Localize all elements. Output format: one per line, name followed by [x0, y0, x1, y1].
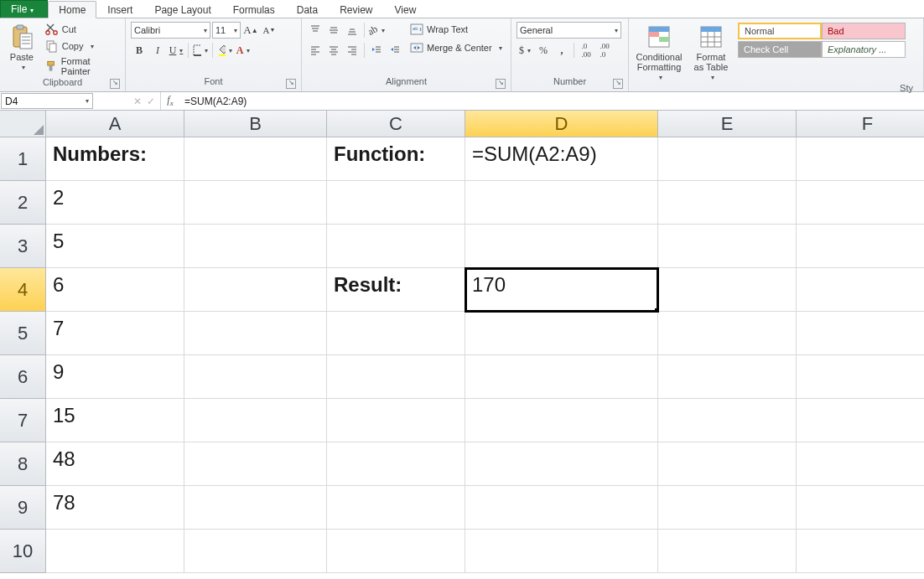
align-bottom-button[interactable]: [344, 22, 361, 39]
cell-E6[interactable]: [658, 355, 797, 399]
tab-insert[interactable]: Insert: [96, 1, 143, 18]
cell-D6[interactable]: [465, 355, 658, 399]
formula-input[interactable]: [179, 92, 924, 110]
column-header-D[interactable]: D: [465, 111, 658, 137]
cell-F6[interactable]: [797, 355, 924, 399]
cell-B7[interactable]: [184, 399, 327, 442]
cell-A3[interactable]: 5: [46, 225, 184, 268]
cell-F9[interactable]: [797, 486, 924, 530]
cell-D2[interactable]: [465, 181, 658, 225]
column-header-C[interactable]: C: [327, 111, 465, 137]
comma-style-button[interactable]: ,: [553, 42, 570, 59]
format-painter-button[interactable]: Format Painter: [44, 55, 120, 77]
cell-D4[interactable]: 170: [465, 268, 658, 312]
cell-B1[interactable]: [184, 137, 327, 181]
cell-C10[interactable]: [327, 530, 465, 573]
cell-E1[interactable]: [658, 137, 797, 181]
fx-icon[interactable]: fx: [161, 94, 179, 107]
cell-B3[interactable]: [184, 225, 327, 268]
decrease-indent-button[interactable]: [368, 42, 385, 59]
name-box[interactable]: D4▾: [1, 93, 93, 109]
cell-E3[interactable]: [658, 225, 797, 268]
cell-B2[interactable]: [184, 181, 327, 225]
align-top-button[interactable]: [307, 22, 324, 39]
cell-A1[interactable]: Numbers:: [46, 137, 184, 181]
paste-button[interactable]: Paste ▾: [5, 22, 39, 73]
increase-font-button[interactable]: A▲: [242, 22, 259, 39]
row-header-4[interactable]: 4: [0, 268, 46, 312]
cell-D10[interactable]: [465, 530, 658, 573]
column-header-F[interactable]: F: [797, 111, 924, 137]
cell-C9[interactable]: [327, 486, 465, 530]
row-header-10[interactable]: 10: [0, 530, 46, 573]
row-header-8[interactable]: 8: [0, 442, 46, 486]
cell-F8[interactable]: [797, 442, 924, 486]
cell-A10[interactable]: [46, 530, 184, 573]
cell-B6[interactable]: [184, 355, 327, 399]
select-all-corner[interactable]: [0, 111, 46, 137]
cell-D8[interactable]: [465, 442, 658, 486]
cell-style-bad[interactable]: Bad: [822, 23, 906, 39]
row-header-2[interactable]: 2: [0, 181, 46, 225]
tab-data[interactable]: Data: [286, 1, 329, 18]
cell-D5[interactable]: [465, 312, 658, 355]
border-button[interactable]: ▾: [192, 42, 209, 59]
cell-F7[interactable]: [797, 399, 924, 442]
row-header-5[interactable]: 5: [0, 312, 46, 355]
increase-indent-button[interactable]: [387, 42, 403, 59]
cell-E5[interactable]: [658, 312, 797, 355]
cell-E4[interactable]: [658, 268, 797, 312]
cancel-formula-icon[interactable]: ✕: [133, 96, 142, 107]
cell-E9[interactable]: [658, 486, 797, 530]
cell-D7[interactable]: [465, 399, 658, 442]
cell-B8[interactable]: [184, 442, 327, 486]
cell-style-check[interactable]: Check Cell: [738, 41, 822, 58]
cell-E10[interactable]: [658, 530, 797, 573]
align-right-button[interactable]: [344, 42, 361, 59]
cell-B4[interactable]: [184, 268, 327, 312]
row-header-7[interactable]: 7: [0, 399, 46, 442]
cell-A9[interactable]: 78: [46, 486, 184, 530]
cell-E7[interactable]: [658, 399, 797, 442]
fill-color-button[interactable]: ▾: [216, 42, 233, 59]
cell-A5[interactable]: 7: [46, 312, 184, 355]
percent-button[interactable]: %: [535, 42, 552, 59]
clipboard-dialog-launcher[interactable]: ↘: [110, 79, 120, 89]
column-header-E[interactable]: E: [658, 111, 797, 137]
align-center-button[interactable]: [325, 42, 342, 59]
accounting-format-button[interactable]: $▾: [517, 42, 533, 59]
cell-E2[interactable]: [658, 181, 797, 225]
cell-C5[interactable]: [327, 312, 465, 355]
tab-review[interactable]: Review: [329, 1, 383, 18]
number-format-select[interactable]: General▾: [517, 22, 621, 39]
cell-C3[interactable]: [327, 225, 465, 268]
column-header-B[interactable]: B: [184, 111, 327, 137]
font-name-select[interactable]: Calibri▾: [131, 22, 210, 39]
cell-style-explanatory[interactable]: Explanatory ...: [822, 41, 906, 58]
number-dialog-launcher[interactable]: ↘: [613, 79, 623, 89]
cell-E8[interactable]: [658, 442, 797, 486]
tab-file[interactable]: File▾: [0, 0, 48, 18]
row-header-3[interactable]: 3: [0, 225, 46, 268]
cell-C2[interactable]: [327, 181, 465, 225]
cell-A6[interactable]: 9: [46, 355, 184, 399]
cell-B9[interactable]: [184, 486, 327, 530]
row-header-9[interactable]: 9: [0, 486, 46, 530]
conditional-formatting-button[interactable]: Conditional Formatting▾: [634, 22, 684, 83]
underline-button[interactable]: U▾: [168, 42, 184, 59]
enter-formula-icon[interactable]: ✓: [147, 96, 155, 107]
cell-A8[interactable]: 48: [46, 442, 184, 486]
font-size-select[interactable]: 11▾: [212, 22, 241, 39]
font-dialog-launcher[interactable]: ↘: [286, 79, 296, 89]
tab-home[interactable]: Home: [48, 1, 96, 18]
cell-A4[interactable]: 6: [46, 268, 184, 312]
decrease-decimal-button[interactable]: .00.0: [596, 42, 613, 59]
align-middle-button[interactable]: [325, 22, 342, 39]
row-header-6[interactable]: 6: [0, 355, 46, 399]
alignment-dialog-launcher[interactable]: ↘: [496, 79, 506, 89]
cell-D3[interactable]: [465, 225, 658, 268]
cell-C7[interactable]: [327, 399, 465, 442]
cell-D9[interactable]: [465, 486, 658, 530]
row-header-1[interactable]: 1: [0, 137, 46, 181]
italic-button[interactable]: I: [149, 42, 166, 59]
